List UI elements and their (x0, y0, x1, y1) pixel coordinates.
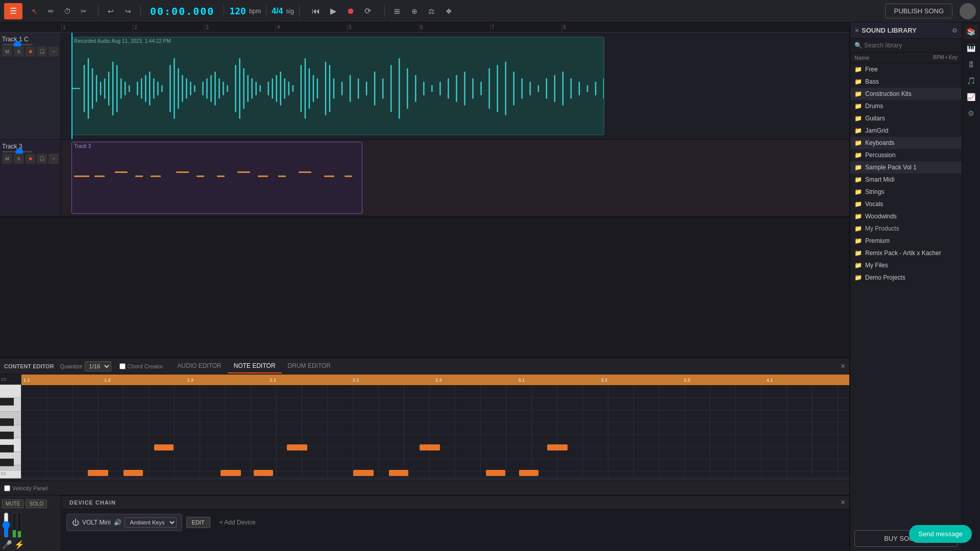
track1-record[interactable]: ⏺ (26, 46, 36, 57)
note-10[interactable] (389, 470, 408, 476)
user-avatar[interactable] (960, 3, 976, 19)
redo-button[interactable]: ↪ (121, 4, 135, 18)
library-item-construction-kits[interactable]: 📁Construction Kits (850, 88, 962, 100)
loop-button[interactable]: ⟳ (361, 4, 375, 18)
track-add-button[interactable]: ⊕ (407, 4, 422, 18)
track1-audio-clip[interactable]: Recorded Audio Aug 11, 2023, 1:44:22 PM (71, 37, 604, 135)
note-3[interactable] (420, 444, 440, 450)
tab-drum-editor[interactable]: DRUM EDITOR (282, 359, 337, 373)
settings-button[interactable]: ⚙ (964, 106, 978, 120)
item-name-my-products: My Products (865, 225, 899, 232)
quantize-select[interactable]: 1/16 1/8 1/4 (85, 361, 111, 371)
track3-bottom-solo[interactable]: SOLO (26, 499, 47, 508)
mix-button[interactable]: ⚖ (425, 4, 439, 18)
library-item-free[interactable]: 📁Free (850, 63, 962, 76)
track1-headphones[interactable]: 🎧 (37, 46, 47, 57)
track3-volume-slider[interactable] (2, 151, 33, 153)
select-tool[interactable]: ↖ (28, 4, 42, 18)
tab-audio-editor[interactable]: AUDIO EDITOR (171, 359, 227, 373)
menu-button[interactable]: ☰ (4, 3, 22, 19)
search-input[interactable] (864, 42, 958, 49)
record-button[interactable]: ⏺ (344, 4, 358, 18)
library-item-drums[interactable]: 📁Drums (850, 100, 962, 112)
library-item-vocals[interactable]: 📁Vocals (850, 198, 962, 210)
track3-headphones-icon[interactable]: ⚡ (14, 540, 24, 549)
library-item-woodwinds[interactable]: 📁Woodwinds (850, 210, 962, 222)
effects-button[interactable]: 🎛 (964, 57, 978, 71)
clip-label: Recorded Audio Aug 11, 2023, 1:44:22 PM (72, 37, 604, 45)
track3-eq[interactable]: ~ (48, 154, 59, 164)
library-item-bass[interactable]: 📁Bass (850, 76, 962, 88)
library-item-my-products[interactable]: 📁My Products (850, 222, 962, 235)
note-12[interactable] (519, 470, 538, 476)
pencil-tool[interactable]: ✏ (44, 4, 58, 18)
track3-bottom-mute[interactable]: MUTE (2, 499, 23, 508)
device-plugin-select[interactable]: Ambient Keys (125, 517, 177, 528)
grid-content[interactable] (21, 386, 849, 481)
note-9[interactable] (353, 470, 374, 476)
automation-button[interactable]: 📈 (964, 90, 978, 104)
note-6[interactable] (124, 470, 143, 476)
send-message-button[interactable]: Send message (909, 525, 972, 543)
note-grid[interactable]: 1.1 1.2 1.3 2.1 2.2 2.3 3.1 3.2 3.3 4.1 (21, 374, 849, 481)
library-item-strings[interactable]: 📁Strings (850, 186, 962, 198)
velocity-checkbox[interactable] (4, 485, 10, 491)
track1-lane[interactable]: Recorded Audio Aug 11, 2023, 1:44:22 PM (61, 33, 849, 140)
library-settings-icon[interactable]: ⚙ (952, 27, 958, 34)
note-11[interactable] (486, 470, 505, 476)
device-chain-close-button[interactable]: × (841, 498, 845, 507)
clock-tool[interactable]: ⏱ (60, 4, 75, 18)
track1-mute[interactable]: M (2, 46, 12, 57)
snap-button[interactable]: ⊞ (390, 4, 404, 18)
library-item-smart-midi[interactable]: 📁Smart Midi (850, 173, 962, 186)
track1-volume-slider[interactable] (2, 44, 33, 45)
bpm-value[interactable]: 120 (229, 6, 246, 16)
track3-solo[interactable]: S (14, 154, 24, 164)
library-item-jamgrid[interactable]: 📁JamGrid (850, 124, 962, 137)
midi-button[interactable]: 🎵 (964, 73, 978, 88)
library-item-sample-pack[interactable]: 📁Sample Pack Vol 1 (850, 161, 962, 173)
device-edit-button[interactable]: EDIT (186, 517, 210, 528)
library-item-remix-pack[interactable]: 📁Remix Pack - Artik x Kacher (850, 247, 962, 259)
play-button[interactable]: ▶ (326, 4, 340, 18)
publish-button[interactable]: PUBLISH SONG (885, 4, 952, 18)
scissors-tool[interactable]: ✂ (77, 4, 91, 18)
track3-record[interactable]: ⏺ (26, 154, 36, 164)
instruments-button[interactable]: 🎹 (964, 41, 978, 55)
library-item-my-files[interactable]: 📁My Files (850, 259, 962, 271)
note-1[interactable] (154, 444, 174, 450)
ruler-mark-4: 4 (276, 22, 280, 32)
note-8[interactable] (254, 470, 273, 476)
undo-button[interactable]: ↩ (104, 4, 118, 18)
hscrollbar[interactable] (21, 477, 849, 481)
time-sig[interactable]: 4/4 (272, 7, 283, 16)
editor-close[interactable]: × (841, 362, 845, 371)
note-2[interactable] (287, 444, 307, 450)
tab-note-editor[interactable]: NOTE EDITOR (228, 359, 282, 373)
library-item-demo-projects[interactable]: 📁Demo Projects (850, 271, 962, 284)
track3-mic-icon[interactable]: 🎤 (2, 540, 12, 549)
track3-headphones[interactable]: 🎧 (37, 154, 47, 164)
library-toggle-button[interactable]: 📚 (964, 24, 978, 39)
device-power-icon[interactable]: ⏻ (72, 518, 79, 527)
item-name-demo-projects: Demo Projects (865, 274, 905, 281)
rewind-button[interactable]: ⏮ (309, 4, 323, 18)
track3-lane[interactable]: Track 3 (61, 140, 849, 216)
library-item-percussion[interactable]: 📁Percussion (850, 149, 962, 161)
note-5[interactable] (88, 470, 108, 476)
library-item-keyboards[interactable]: 📁Keyboards (850, 137, 962, 149)
tool-group: ↖ ✏ ⏱ ✂ (28, 4, 91, 18)
chord-creator-checkbox[interactable] (119, 363, 126, 369)
track3-mute[interactable]: M (2, 154, 12, 164)
library-item-guitars[interactable]: 📁Guitars (850, 112, 962, 124)
note-7[interactable] (220, 470, 241, 476)
note-4[interactable] (547, 444, 568, 450)
plugin-button[interactable]: ❖ (442, 4, 456, 18)
track1-eq[interactable]: ~ (48, 46, 59, 57)
track1-solo[interactable]: S (14, 46, 24, 57)
library-item-premium[interactable]: 📁Premium (850, 235, 962, 247)
add-device-button[interactable]: + Add Device (214, 516, 261, 529)
track3-midi-clip[interactable]: Track 3 (71, 142, 362, 214)
track3-level-fader[interactable] (2, 512, 10, 538)
library-close-icon[interactable]: ✕ (854, 27, 860, 34)
